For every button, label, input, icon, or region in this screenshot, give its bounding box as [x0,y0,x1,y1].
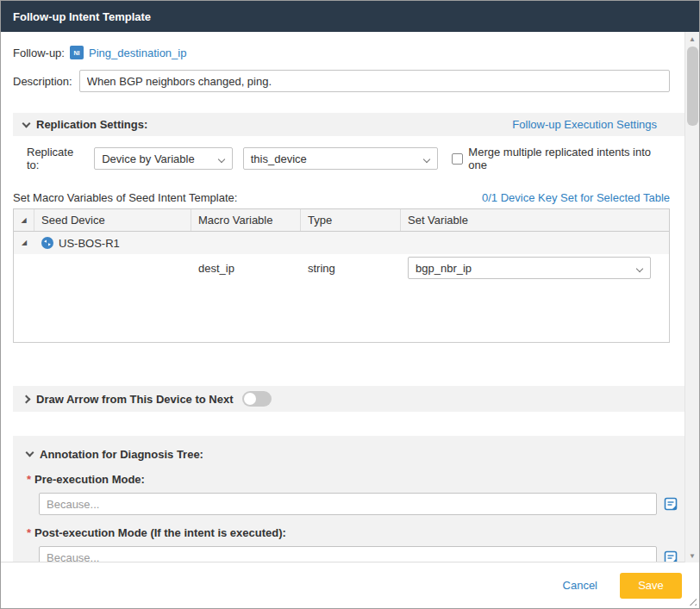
merge-intents-checkbox[interactable] [452,153,463,165]
vertical-scrollbar[interactable]: ▲ ▼ [684,32,699,562]
dialog-footer: Cancel Save [1,562,699,608]
insert-note-icon[interactable] [664,550,678,562]
followup-row: Follow-up: NI Ping_destination_ip [13,44,670,61]
replicate-mode-value: Device by Variable [102,152,194,165]
replication-settings-header[interactable]: Replication Settings: Follow-up Executio… [13,113,684,136]
followup-execution-settings-link[interactable]: Follow-up Execution Settings [512,118,657,131]
intent-template-icon: NI [70,46,84,59]
replicate-to-label: Replicate to: [27,146,85,171]
replicate-mode-select[interactable]: Device by Variable [94,147,233,170]
pre-execution-label: Pre-execution Mode: [34,473,145,486]
pre-execution-input[interactable] [39,493,657,515]
followup-intent-link[interactable]: Ping_destination_ip [89,47,186,59]
cancel-button[interactable]: Cancel [563,579,597,592]
macro-table-title-row: Set Macro Variables of Seed Intent Templ… [13,190,670,205]
chevron-down-icon [217,156,224,163]
draw-arrow-header[interactable]: Draw Arrow from This Device to Next [13,386,684,412]
expander-icon[interactable]: ◢ [21,217,26,224]
dialog-body: Follow-up: NI Ping_destination_ip Descri… [1,32,699,562]
draw-arrow-label: Draw Arrow from This Device to Next [36,393,234,406]
scroll-up-button[interactable]: ▲ [685,32,699,46]
replicate-to-row: Replicate to: Device by Variable this_de… [13,146,670,171]
pre-execution-input-row [39,493,678,515]
insert-note-icon[interactable] [664,497,678,511]
annotation-section: Annotation for Diagnosis Tree: * Pre-exe… [13,436,684,562]
replicate-variable-value: this_device [251,152,307,165]
col-seed-device: Seed Device [34,209,191,231]
followup-label: Follow-up: [13,47,65,59]
scroll-down-button[interactable]: ▼ [685,549,699,562]
replication-settings-title: Replication Settings: [36,118,147,131]
followup-intent-template-dialog: Follow-up Intent Template Follow-up: NI … [0,0,700,609]
required-marker: * [27,526,31,539]
save-button[interactable]: Save [620,573,682,599]
col-type: Type [301,209,401,231]
description-row: Description: [13,70,670,92]
post-execution-label: Post-execution Mode (If the intent is ex… [34,526,286,539]
chevron-down-icon [26,449,34,457]
col-macro-variable: Macro Variable [191,209,301,231]
description-input[interactable] [79,70,670,92]
expand-all-cell[interactable]: ◢ [14,209,34,231]
table-row-variable[interactable]: dest_ip string bgp_nbr_ip [14,254,669,282]
scrollbar-thumb[interactable] [687,47,698,126]
device-key-set-link[interactable]: 0/1 Device Key Set for Selected Table [482,191,670,204]
chevron-right-icon [22,395,31,403]
col-set-variable: Set Variable [401,209,669,231]
table-row-device[interactable]: ◢ US-BOS-R1 [14,232,669,254]
pre-execution-label-row: * Pre-execution Mode: [27,472,678,486]
annotation-section-title: Annotation for Diagnosis Tree: [40,448,203,461]
post-execution-input-row [39,546,678,562]
draw-arrow-toggle[interactable] [242,391,272,407]
chevron-down-icon [22,119,31,127]
macro-table-title: Set Macro Variables of Seed Intent Templ… [13,191,237,204]
dialog-titlebar: Follow-up Intent Template [1,1,699,32]
device-icon [41,237,53,249]
row-expander-icon[interactable]: ◢ [22,239,27,246]
macro-variable-value: dest_ip [191,254,301,282]
post-execution-input[interactable] [39,546,657,562]
seed-device-name: US-BOS-R1 [59,237,120,250]
chevron-down-icon [423,156,430,163]
set-variable-value: bgp_nbr_ip [416,262,472,275]
variable-type-value: string [301,254,401,282]
required-marker: * [27,473,31,486]
description-label: Description: [13,75,72,88]
annotation-section-header[interactable]: Annotation for Diagnosis Tree: [27,446,678,462]
dialog-title: Follow-up Intent Template [13,10,151,23]
set-variable-select[interactable]: bgp_nbr_ip [408,257,651,279]
replicate-variable-select[interactable]: this_device [243,147,439,170]
chevron-down-icon [636,265,643,272]
table-empty-space [14,282,669,342]
macro-variables-table: ◢ Seed Device Macro Variable Type Set Va… [13,208,670,343]
post-execution-label-row: * Post-execution Mode (If the intent is … [27,525,678,539]
merge-intents-label: Merge multiple replicated intents into o… [468,146,661,171]
table-header-row: ◢ Seed Device Macro Variable Type Set Va… [14,209,669,232]
